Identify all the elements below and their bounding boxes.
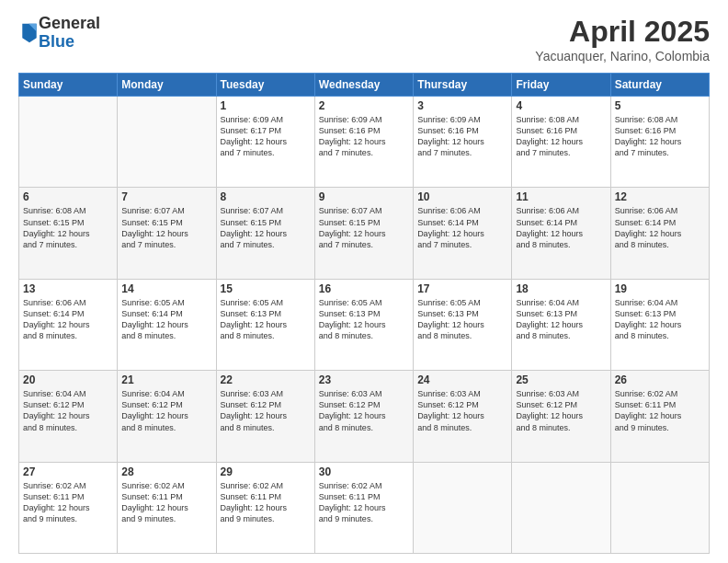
- day-number: 12: [615, 190, 705, 203]
- table-row: 29Sunrise: 6:02 AM Sunset: 6:11 PM Dayli…: [216, 462, 314, 553]
- day-number: 21: [121, 373, 211, 386]
- table-row: 1Sunrise: 6:09 AM Sunset: 6:17 PM Daylig…: [216, 97, 314, 188]
- day-number: 3: [417, 99, 507, 112]
- day-detail: Sunrise: 6:09 AM Sunset: 6:16 PM Dayligh…: [319, 114, 409, 159]
- logo: General Blue: [18, 15, 100, 52]
- day-detail: Sunrise: 6:03 AM Sunset: 6:12 PM Dayligh…: [221, 388, 311, 433]
- day-number: 20: [23, 373, 113, 386]
- day-detail: Sunrise: 6:02 AM Sunset: 6:11 PM Dayligh…: [23, 480, 113, 525]
- table-row: 26Sunrise: 6:02 AM Sunset: 6:11 PM Dayli…: [610, 371, 709, 462]
- table-row: 25Sunrise: 6:03 AM Sunset: 6:12 PM Dayli…: [512, 371, 610, 462]
- calendar-week-row: 27Sunrise: 6:02 AM Sunset: 6:11 PM Dayli…: [19, 462, 710, 553]
- day-number: 16: [319, 282, 409, 295]
- month-title: April 2025: [535, 15, 710, 49]
- calendar-week-row: 1Sunrise: 6:09 AM Sunset: 6:17 PM Daylig…: [19, 97, 710, 188]
- day-detail: Sunrise: 6:07 AM Sunset: 6:15 PM Dayligh…: [319, 205, 409, 250]
- day-detail: Sunrise: 6:05 AM Sunset: 6:14 PM Dayligh…: [121, 297, 211, 342]
- day-number: 10: [417, 190, 507, 203]
- day-detail: Sunrise: 6:08 AM Sunset: 6:16 PM Dayligh…: [615, 114, 705, 159]
- logo-blue-text: Blue: [39, 33, 100, 52]
- day-number: 29: [221, 465, 311, 478]
- day-detail: Sunrise: 6:05 AM Sunset: 6:13 PM Dayligh…: [417, 297, 507, 342]
- day-detail: Sunrise: 6:02 AM Sunset: 6:11 PM Dayligh…: [121, 480, 211, 525]
- table-row: 9Sunrise: 6:07 AM Sunset: 6:15 PM Daylig…: [314, 188, 413, 279]
- table-row: [19, 97, 118, 188]
- table-row: 3Sunrise: 6:09 AM Sunset: 6:16 PM Daylig…: [414, 97, 512, 188]
- calendar-week-row: 6Sunrise: 6:08 AM Sunset: 6:15 PM Daylig…: [19, 188, 710, 279]
- day-detail: Sunrise: 6:06 AM Sunset: 6:14 PM Dayligh…: [417, 205, 507, 250]
- day-detail: Sunrise: 6:03 AM Sunset: 6:12 PM Dayligh…: [417, 388, 507, 433]
- logo-text: General Blue: [39, 15, 100, 52]
- day-number: 25: [516, 373, 606, 386]
- header-wednesday: Wednesday: [314, 74, 413, 97]
- day-number: 6: [23, 190, 113, 203]
- day-detail: Sunrise: 6:05 AM Sunset: 6:13 PM Dayligh…: [221, 297, 311, 342]
- table-row: 11Sunrise: 6:06 AM Sunset: 6:14 PM Dayli…: [512, 188, 610, 279]
- table-row: 20Sunrise: 6:04 AM Sunset: 6:12 PM Dayli…: [19, 371, 118, 462]
- day-number: 13: [23, 282, 113, 295]
- day-detail: Sunrise: 6:06 AM Sunset: 6:14 PM Dayligh…: [23, 297, 113, 342]
- table-row: 18Sunrise: 6:04 AM Sunset: 6:13 PM Dayli…: [512, 279, 610, 370]
- day-detail: Sunrise: 6:02 AM Sunset: 6:11 PM Dayligh…: [615, 388, 705, 433]
- table-row: 21Sunrise: 6:04 AM Sunset: 6:12 PM Dayli…: [118, 371, 216, 462]
- day-number: 5: [615, 99, 705, 112]
- day-number: 17: [417, 282, 507, 295]
- table-row: 7Sunrise: 6:07 AM Sunset: 6:15 PM Daylig…: [118, 188, 216, 279]
- day-number: 23: [319, 373, 409, 386]
- table-row: 19Sunrise: 6:04 AM Sunset: 6:13 PM Dayli…: [610, 279, 709, 370]
- day-detail: Sunrise: 6:03 AM Sunset: 6:12 PM Dayligh…: [516, 388, 606, 433]
- day-number: 11: [516, 190, 606, 203]
- header-saturday: Saturday: [610, 74, 709, 97]
- day-detail: Sunrise: 6:02 AM Sunset: 6:11 PM Dayligh…: [221, 480, 311, 525]
- day-detail: Sunrise: 6:04 AM Sunset: 6:13 PM Dayligh…: [615, 297, 705, 342]
- day-detail: Sunrise: 6:04 AM Sunset: 6:13 PM Dayligh…: [516, 297, 606, 342]
- table-row: 13Sunrise: 6:06 AM Sunset: 6:14 PM Dayli…: [19, 279, 118, 370]
- day-number: 4: [516, 99, 606, 112]
- day-detail: Sunrise: 6:07 AM Sunset: 6:15 PM Dayligh…: [121, 205, 211, 250]
- day-detail: Sunrise: 6:02 AM Sunset: 6:11 PM Dayligh…: [319, 480, 409, 525]
- table-row: [118, 97, 216, 188]
- header: General Blue April 2025 Yacuanquer, Nari…: [18, 15, 710, 63]
- table-row: [512, 462, 610, 553]
- day-number: 2: [319, 99, 409, 112]
- day-detail: Sunrise: 6:07 AM Sunset: 6:15 PM Dayligh…: [221, 205, 311, 250]
- table-row: 28Sunrise: 6:02 AM Sunset: 6:11 PM Dayli…: [118, 462, 216, 553]
- calendar-header-row: Sunday Monday Tuesday Wednesday Thursday…: [19, 74, 710, 97]
- day-number: 28: [121, 465, 211, 478]
- table-row: 8Sunrise: 6:07 AM Sunset: 6:15 PM Daylig…: [216, 188, 314, 279]
- table-row: 15Sunrise: 6:05 AM Sunset: 6:13 PM Dayli…: [216, 279, 314, 370]
- header-monday: Monday: [118, 74, 216, 97]
- table-row: [610, 462, 709, 553]
- day-detail: Sunrise: 6:08 AM Sunset: 6:16 PM Dayligh…: [516, 114, 606, 159]
- day-number: 1: [221, 99, 311, 112]
- subtitle: Yacuanquer, Narino, Colombia: [535, 49, 710, 63]
- day-number: 14: [121, 282, 211, 295]
- calendar-week-row: 20Sunrise: 6:04 AM Sunset: 6:12 PM Dayli…: [19, 371, 710, 462]
- table-row: [414, 462, 512, 553]
- table-row: 24Sunrise: 6:03 AM Sunset: 6:12 PM Dayli…: [414, 371, 512, 462]
- day-detail: Sunrise: 6:06 AM Sunset: 6:14 PM Dayligh…: [516, 205, 606, 250]
- page: General Blue April 2025 Yacuanquer, Nari…: [0, 0, 728, 563]
- day-number: 8: [221, 190, 311, 203]
- header-thursday: Thursday: [414, 74, 512, 97]
- day-detail: Sunrise: 6:04 AM Sunset: 6:12 PM Dayligh…: [121, 388, 211, 433]
- day-detail: Sunrise: 6:03 AM Sunset: 6:12 PM Dayligh…: [319, 388, 409, 433]
- day-number: 26: [615, 373, 705, 386]
- day-number: 7: [121, 190, 211, 203]
- day-number: 19: [615, 282, 705, 295]
- day-detail: Sunrise: 6:09 AM Sunset: 6:17 PM Dayligh…: [221, 114, 311, 159]
- calendar-table: Sunday Monday Tuesday Wednesday Thursday…: [18, 73, 710, 554]
- header-tuesday: Tuesday: [216, 74, 314, 97]
- table-row: 30Sunrise: 6:02 AM Sunset: 6:11 PM Dayli…: [314, 462, 413, 553]
- calendar-week-row: 13Sunrise: 6:06 AM Sunset: 6:14 PM Dayli…: [19, 279, 710, 370]
- table-row: 4Sunrise: 6:08 AM Sunset: 6:16 PM Daylig…: [512, 97, 610, 188]
- table-row: 16Sunrise: 6:05 AM Sunset: 6:13 PM Dayli…: [314, 279, 413, 370]
- day-number: 18: [516, 282, 606, 295]
- table-row: 14Sunrise: 6:05 AM Sunset: 6:14 PM Dayli…: [118, 279, 216, 370]
- day-detail: Sunrise: 6:08 AM Sunset: 6:15 PM Dayligh…: [23, 205, 113, 250]
- logo-general-text: General: [39, 15, 100, 33]
- table-row: 2Sunrise: 6:09 AM Sunset: 6:16 PM Daylig…: [314, 97, 413, 188]
- table-row: 6Sunrise: 6:08 AM Sunset: 6:15 PM Daylig…: [19, 188, 118, 279]
- day-detail: Sunrise: 6:06 AM Sunset: 6:14 PM Dayligh…: [615, 205, 705, 250]
- table-row: 5Sunrise: 6:08 AM Sunset: 6:16 PM Daylig…: [610, 97, 709, 188]
